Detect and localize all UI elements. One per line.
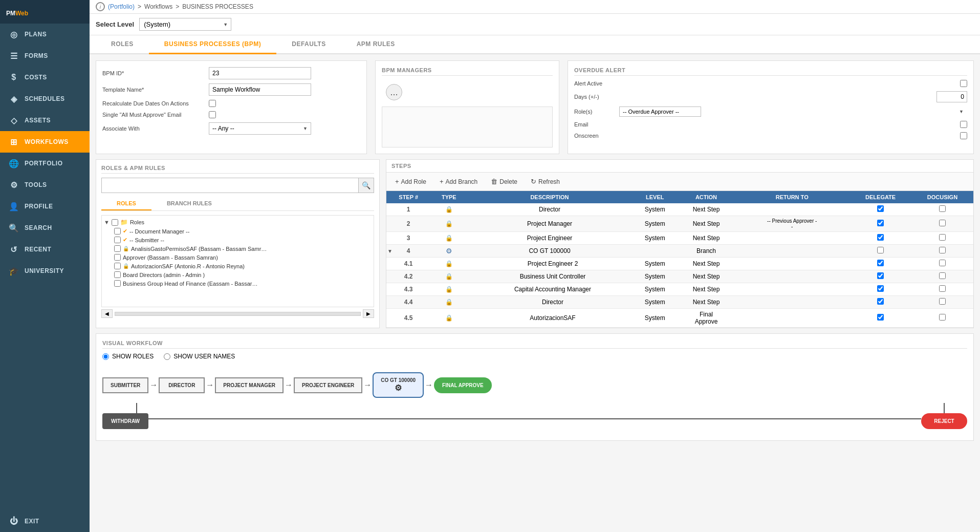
level-select[interactable]: (System) Portfolio Program Project (139, 18, 231, 31)
wf-node-project-manager: PROJECT MANAGER (215, 377, 284, 393)
sidebar-item-tools[interactable]: ⚙ TOOLS (0, 174, 90, 196)
email-row: Email (574, 121, 967, 128)
bpm-id-input[interactable] (209, 67, 311, 79)
add-branch-button[interactable]: + Add Branch (436, 176, 481, 187)
table-row: 4.4 🔒 Director System Next Step (386, 296, 973, 309)
template-name-input[interactable] (209, 83, 311, 96)
step-type: ⚙ (430, 245, 467, 258)
delegate-checkbox[interactable] (877, 234, 884, 241)
branch-expand-icon[interactable]: ▼ (387, 248, 393, 254)
tab-defaults[interactable]: DEFAULTS (276, 35, 341, 54)
docusign-checkbox[interactable] (939, 314, 946, 321)
sidebar-item-university[interactable]: 🎓 UNIVERSITY (0, 260, 90, 282)
delegate-checkbox[interactable] (877, 220, 884, 226)
tab-apm-rules[interactable]: APM RULES (341, 35, 410, 54)
tree-scroll-left[interactable]: ◀ (101, 309, 113, 318)
delegate-checkbox[interactable] (877, 205, 884, 212)
step-delegate (850, 203, 911, 216)
docusign-checkbox[interactable] (939, 247, 946, 253)
roles-search-input[interactable] (102, 179, 358, 191)
list-item: ✔ -- Document Manager -- (104, 227, 372, 236)
sidebar-item-exit[interactable]: ⏻ EXIT (0, 510, 90, 532)
tree-item-checkbox-4[interactable] (114, 263, 121, 269)
tree-item-checkbox-5[interactable] (114, 271, 121, 278)
roles-select[interactable]: -- Overdue Approver -- (619, 107, 701, 117)
refresh-button[interactable]: ↻ Refresh (527, 176, 563, 187)
role-tab-roles[interactable]: ROLES (101, 197, 151, 210)
delete-button[interactable]: 🗑 Delete (487, 176, 521, 187)
bpm-managers-add-btn[interactable]: ... (386, 84, 402, 100)
step-type: 🔒 (430, 216, 467, 232)
wf-node-director: DIRECTOR (159, 377, 205, 393)
delegate-checkbox[interactable] (877, 314, 884, 321)
portfolio-icon: 🌐 (8, 158, 19, 169)
delegate-checkbox[interactable] (877, 298, 884, 305)
breadcrumb-page: BUSINESS PROCESSES (182, 3, 253, 10)
sidebar-item-assets[interactable]: ◇ ASSETS (0, 110, 90, 131)
sidebar-item-recent[interactable]: ↺ RECENT (0, 239, 90, 260)
tab-bpm[interactable]: BUSINESS PROCESSES (BPM) (149, 35, 276, 54)
bpm-managers-area (382, 107, 553, 147)
arrow-4: → (363, 380, 372, 390)
step-description: Project Manager (467, 216, 631, 232)
tree-collapse-icon[interactable]: ▼ (104, 219, 110, 225)
workflow-diagram: SUBMITTER → DIRECTOR → PROJECT MANAGER →… (102, 367, 967, 434)
sidebar-item-workflows[interactable]: ⊞ WORKFLOWS (0, 131, 90, 153)
level-selector-bar: Select Level (System) Portfolio Program … (90, 14, 980, 35)
breadcrumb-portfolio[interactable]: (Portfolio) (108, 3, 135, 10)
single-email-checkbox[interactable] (209, 111, 216, 118)
tree-item-checkbox-6[interactable] (114, 280, 121, 287)
show-roles-option[interactable]: SHOW ROLES (102, 353, 154, 360)
tree-item-checkbox-3[interactable] (114, 254, 121, 261)
delegate-checkbox[interactable] (877, 260, 884, 266)
step-description: Director (467, 296, 631, 309)
info-icon[interactable]: i (96, 2, 105, 11)
step-number: 1 (386, 203, 430, 216)
tree-root-checkbox[interactable] (112, 219, 118, 226)
profile-icon: 👤 (8, 201, 19, 212)
horizontal-scrollbar[interactable] (115, 312, 361, 316)
sidebar-item-plans[interactable]: ◎ PLANS (0, 24, 90, 45)
step-action: Next Step (678, 216, 734, 232)
docusign-checkbox[interactable] (939, 234, 946, 241)
step-description: Project Engineer (467, 232, 631, 245)
delegate-checkbox[interactable] (877, 285, 884, 292)
search-icon: 🔍 (8, 222, 19, 233)
associate-with-select[interactable]: -- Any -- (209, 122, 311, 135)
sidebar-item-costs[interactable]: $ COSTS (0, 67, 90, 88)
add-role-button[interactable]: + Add Role (391, 176, 430, 187)
delegate-checkbox[interactable] (877, 272, 884, 279)
tree-item-checkbox-2[interactable] (114, 245, 121, 252)
tab-roles[interactable]: ROLES (96, 35, 149, 54)
wf-node-final-approve: FINAL APPROVE (434, 377, 492, 393)
delegate-checkbox[interactable] (877, 247, 884, 253)
onscreen-label: Onscreen (574, 133, 615, 139)
docusign-checkbox[interactable] (939, 205, 946, 212)
tree-item-checkbox-0[interactable] (114, 228, 121, 235)
sidebar-item-forms[interactable]: ☰ FORMS (0, 45, 90, 67)
alert-active-checkbox[interactable] (960, 80, 967, 87)
roles-search-button[interactable]: 🔍 (358, 178, 374, 193)
sidebar-item-search[interactable]: 🔍 SEARCH (0, 217, 90, 239)
onscreen-checkbox[interactable] (960, 132, 967, 139)
show-roles-radio[interactable] (102, 353, 109, 360)
step-level: System (632, 296, 678, 309)
docusign-checkbox[interactable] (939, 285, 946, 292)
docusign-checkbox[interactable] (939, 220, 946, 226)
show-user-names-option[interactable]: SHOW USER NAMES (164, 353, 235, 360)
docusign-checkbox[interactable] (939, 298, 946, 305)
check-icon: ✔ (123, 228, 127, 235)
step-action: Next Step (678, 203, 734, 216)
sidebar-item-profile[interactable]: 👤 PROFILE (0, 196, 90, 217)
docusign-checkbox[interactable] (939, 272, 946, 279)
sidebar-item-schedules[interactable]: ◈ SCHEDULES (0, 88, 90, 110)
tree-item-checkbox-1[interactable] (114, 237, 121, 243)
email-checkbox[interactable] (960, 121, 967, 128)
docusign-checkbox[interactable] (939, 260, 946, 266)
recalculate-checkbox[interactable] (209, 100, 216, 107)
tree-scroll-right[interactable]: ▶ (363, 309, 374, 318)
show-user-names-radio[interactable] (164, 353, 170, 360)
role-tab-branch-rules[interactable]: BRANCH RULES (151, 197, 227, 210)
days-input[interactable] (937, 91, 967, 102)
sidebar-item-portfolio[interactable]: 🌐 PORTFOLIO (0, 153, 90, 174)
